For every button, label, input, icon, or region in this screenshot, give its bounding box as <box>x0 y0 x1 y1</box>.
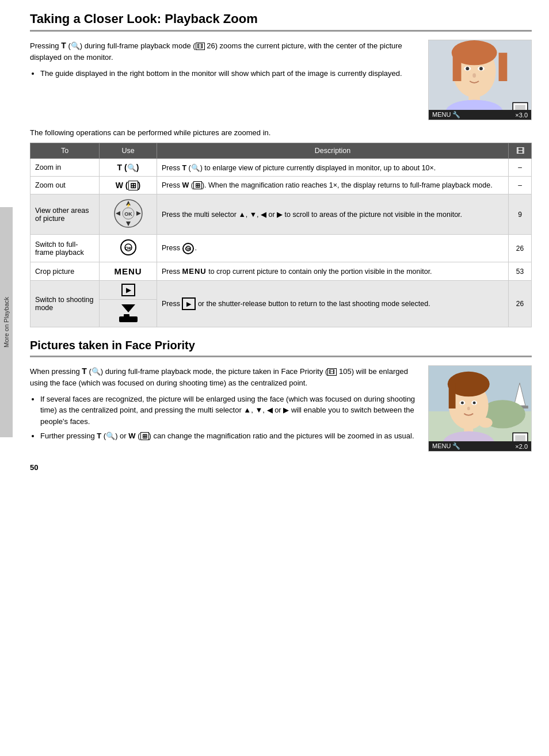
svg-point-42 <box>467 407 470 410</box>
play-inline-icon: ▶ <box>182 297 196 310</box>
zoom-out-ref: – <box>509 177 532 194</box>
table-row: Zoom in T (🔍) Press T (🔍) to enlarge vie… <box>30 159 532 177</box>
intro-bullet1: The guide displayed in the right bottom … <box>40 68 417 79</box>
page-number: 50 <box>30 463 532 472</box>
shoot-use-bottom <box>100 300 157 327</box>
svg-rect-29 <box>124 314 129 318</box>
bottom-text: When pressing T (🔍) during full-frame pl… <box>30 365 417 452</box>
th-use: Use <box>100 143 157 159</box>
grid-icon2: ⊞ <box>193 181 202 189</box>
sidebar-label: More on Playback <box>3 297 10 348</box>
camera-preview-svg <box>429 40 531 120</box>
ref-icon: 🎞 <box>196 43 205 50</box>
section2-header: Pictures taken in Face Priority <box>30 339 532 357</box>
camera-preview-1: MENU 🔧 ×3.0 <box>428 40 532 120</box>
t-bold: T <box>182 164 186 172</box>
intro-para1: Pressing T (🔍) during full-frame playbac… <box>30 40 417 63</box>
zoom-in-ref: – <box>509 159 532 177</box>
ref-icon2: 🎞 <box>327 368 337 376</box>
ok-inline-icon: OK <box>182 242 195 255</box>
view-other-to: View other areas of picture <box>30 194 100 235</box>
camera-preview-svg2 <box>428 366 532 451</box>
svg-rect-3 <box>453 53 462 81</box>
svg-text:OK: OK <box>185 247 192 251</box>
crop-ref: 53 <box>509 262 532 281</box>
zoom-in-use: T (🔍) <box>100 159 157 177</box>
w-bold: W <box>182 181 189 189</box>
grid-icon: ⊞ <box>128 181 138 190</box>
q-symbol: 🔍 <box>71 41 80 50</box>
t-key-zoom: T <box>117 163 123 172</box>
w-key: W <box>116 181 123 190</box>
ref-book-icon: 🎞 <box>516 146 524 155</box>
q-mag: 🔍 <box>127 163 136 172</box>
svg-point-8 <box>479 67 483 70</box>
zoom-in-to: Zoom in <box>30 159 100 177</box>
camera-body-icon <box>119 314 138 322</box>
sidebar: More on Playback <box>0 207 13 437</box>
svg-point-41 <box>473 402 476 404</box>
camera-image-bar: MENU 🔧 ×3.0 <box>429 110 531 120</box>
t-key: T <box>61 41 66 50</box>
fullframe-use: OK <box>100 235 157 262</box>
q-s: 🔍 <box>191 164 200 172</box>
th-to: To <box>30 143 100 159</box>
shutter-icon <box>119 304 138 322</box>
play-icon: ▶ <box>121 284 135 296</box>
th-ref: 🎞 <box>509 143 532 159</box>
menu-inline: MENU <box>182 267 206 276</box>
q-sym2: 🔍 <box>92 367 101 376</box>
table-row: Zoom out W (⊞) Press W (⊞). When the mag… <box>30 177 532 194</box>
menu-key: MENU <box>114 266 142 276</box>
fullframe-to: Switch to full-frame playback <box>30 235 100 262</box>
svg-rect-37 <box>449 383 456 408</box>
w-bold2: W <box>128 432 135 440</box>
table-row: Switch to full-frame playback OK Press O… <box>30 235 532 262</box>
shoot-to: Switch to shooting mode <box>30 281 100 327</box>
section2-bullet2: Further pressing T (🔍) or W (⊞) can chan… <box>40 430 417 442</box>
crop-desc: Press MENU to crop current picture to co… <box>157 262 509 281</box>
crop-use: MENU <box>100 262 157 281</box>
table-row-shoot: Switch to shooting mode ▶ Press ▶ or the… <box>30 281 532 300</box>
svg-rect-4 <box>499 53 508 81</box>
fullframe-desc: Press OK . <box>157 235 509 262</box>
intro-text: Pressing T (🔍) during full-frame playbac… <box>30 40 417 120</box>
arrow-down-icon <box>121 304 135 312</box>
th-desc: Description <box>157 143 509 159</box>
svg-point-9 <box>472 73 476 78</box>
q-sym3: 🔍 <box>106 432 115 440</box>
section2-bullet1: If several faces are recognized, the pic… <box>40 394 417 427</box>
fullframe-ref: 26 <box>509 235 532 262</box>
operations-note: The following operations can be performe… <box>30 128 532 137</box>
view-other-use: OK ⚡ <box>100 194 157 235</box>
section2-title: Pictures taken in Face Priority <box>30 339 195 352</box>
intro-block: Pressing T (🔍) during full-frame playbac… <box>30 40 532 120</box>
menu-label2: MENU 🔧 <box>432 442 460 450</box>
zoom-in-desc: Press T (🔍) to enlarge view of picture c… <box>157 159 509 177</box>
shoot-desc: Press ▶ or the shutter-release button to… <box>157 281 509 327</box>
view-other-ref: 9 <box>509 194 532 235</box>
t-bold2: T <box>97 432 101 440</box>
menu-label: MENU 🔧 <box>432 111 460 119</box>
section1-header: Taking a Closer Look: Playback Zoom <box>30 12 532 32</box>
zoom-level: ×3.0 <box>515 112 528 119</box>
main-content: Taking a Closer Look: Playback Zoom Pres… <box>13 0 549 483</box>
crop-to: Crop picture <box>30 262 100 281</box>
section2-para1: When pressing T (🔍) during full-frame pl… <box>30 365 417 389</box>
section1-title: Taking a Closer Look: Playback Zoom <box>30 12 258 26</box>
svg-text:OK: OK <box>124 211 132 217</box>
zoom-out-to: Zoom out <box>30 177 100 194</box>
intro-list: The guide displayed in the right bottom … <box>40 68 417 79</box>
multi-selector-icon: OK ⚡ <box>113 198 143 228</box>
t-key2: T <box>82 366 87 376</box>
section2-list: If several faces are recognized, the pic… <box>40 394 417 442</box>
zoom-level2: ×2.0 <box>515 443 528 450</box>
svg-point-45 <box>479 418 493 428</box>
zoom-out-use: W (⊞) <box>100 177 157 194</box>
svg-text:⚡: ⚡ <box>125 203 131 208</box>
zoom-out-desc: Press W (⊞). When the magnification rati… <box>157 177 509 194</box>
table-row: View other areas of picture OK <box>30 194 532 235</box>
table-row: Crop picture MENU Press MENU to crop cur… <box>30 262 532 281</box>
shoot-ref: 26 <box>509 281 532 327</box>
camera-preview-2: MENU 🔧 ×2.0 <box>428 365 532 452</box>
